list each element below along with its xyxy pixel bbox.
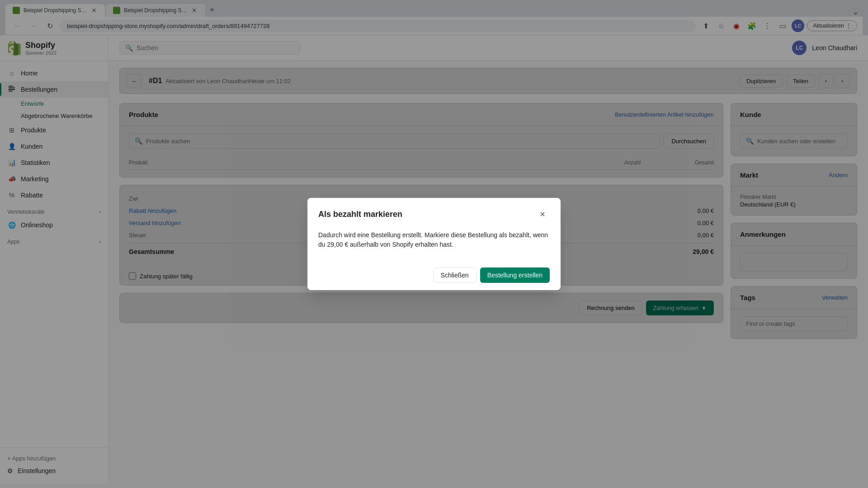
modal-close-button[interactable]: × <box>535 207 550 221</box>
modal-overlay[interactable]: Als bezahlt markieren × Dadurch wird ein… <box>0 0 868 483</box>
modal-confirm-button[interactable]: Bestellung erstellen <box>480 267 550 283</box>
modal-dialog: Als bezahlt markieren × Dadurch wird ein… <box>307 198 561 290</box>
modal-cancel-button[interactable]: Schließen <box>433 267 476 283</box>
modal-body: Dadurch wird eine Bestellung erstellt. M… <box>307 229 561 260</box>
modal-footer: Schließen Bestellung erstellen <box>307 260 561 290</box>
modal-title: Als bezahlt markieren <box>318 210 402 219</box>
modal-body-text: Dadurch wird eine Bestellung erstellt. M… <box>318 230 550 249</box>
modal-header: Als bezahlt markieren × <box>307 198 561 229</box>
